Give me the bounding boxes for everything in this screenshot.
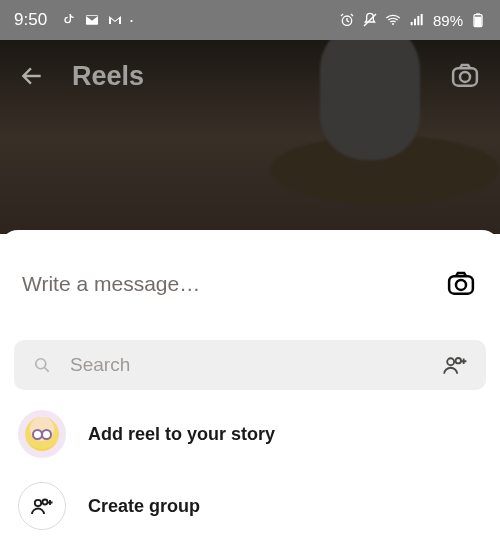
search-icon bbox=[32, 355, 52, 375]
group-add-icon bbox=[30, 494, 54, 518]
svg-point-13 bbox=[447, 358, 454, 365]
message-input[interactable] bbox=[22, 272, 446, 296]
svg-point-11 bbox=[36, 359, 46, 369]
group-add-icon bbox=[442, 352, 468, 378]
camera-icon bbox=[446, 268, 476, 298]
back-button[interactable] bbox=[18, 62, 46, 90]
create-group-item[interactable]: Create group bbox=[0, 470, 500, 539]
status-left-cluster: 9:50 · bbox=[14, 10, 134, 30]
battery-icon bbox=[469, 12, 486, 29]
share-bottom-sheet: Search Add reel to your story Create gro… bbox=[0, 230, 500, 539]
search-placeholder: Search bbox=[70, 354, 442, 376]
user-avatar bbox=[18, 410, 66, 458]
svg-line-2 bbox=[364, 14, 376, 26]
message-row bbox=[0, 240, 500, 326]
svg-point-16 bbox=[43, 500, 48, 505]
signal-icon bbox=[408, 12, 425, 29]
svg-rect-5 bbox=[474, 17, 481, 26]
reels-title: Reels bbox=[72, 61, 144, 92]
svg-rect-6 bbox=[476, 13, 480, 14]
mute-icon bbox=[362, 12, 379, 29]
alarm-icon bbox=[339, 12, 356, 29]
reels-background: Reels bbox=[0, 40, 500, 234]
svg-point-10 bbox=[456, 280, 466, 290]
add-reel-to-story-item[interactable]: Add reel to your story bbox=[0, 398, 500, 470]
status-right-cluster: 89% bbox=[339, 12, 486, 29]
svg-point-3 bbox=[392, 23, 394, 25]
svg-point-15 bbox=[35, 500, 41, 506]
mail-icon bbox=[83, 12, 100, 29]
battery-percent: 89% bbox=[433, 12, 463, 29]
camera-button-message[interactable] bbox=[446, 268, 478, 300]
reels-header: Reels bbox=[0, 60, 500, 92]
svg-point-14 bbox=[456, 358, 461, 363]
create-group-label: Create group bbox=[88, 496, 200, 517]
svg-point-8 bbox=[460, 72, 470, 82]
svg-line-12 bbox=[45, 368, 49, 372]
status-notification-icons: · bbox=[60, 12, 134, 29]
add-reel-label: Add reel to your story bbox=[88, 424, 275, 445]
camera-icon bbox=[450, 60, 480, 90]
create-group-shortcut[interactable] bbox=[442, 352, 468, 378]
tiktok-icon bbox=[60, 12, 77, 29]
gmail-icon bbox=[106, 12, 123, 29]
arrow-left-icon bbox=[19, 63, 45, 89]
camera-button-top[interactable] bbox=[450, 60, 482, 92]
status-bar: 9:50 · 89% bbox=[0, 0, 500, 40]
wifi-icon bbox=[385, 12, 402, 29]
create-group-circle bbox=[18, 482, 66, 530]
status-time: 9:50 bbox=[14, 10, 47, 30]
search-bar[interactable]: Search bbox=[14, 340, 486, 390]
